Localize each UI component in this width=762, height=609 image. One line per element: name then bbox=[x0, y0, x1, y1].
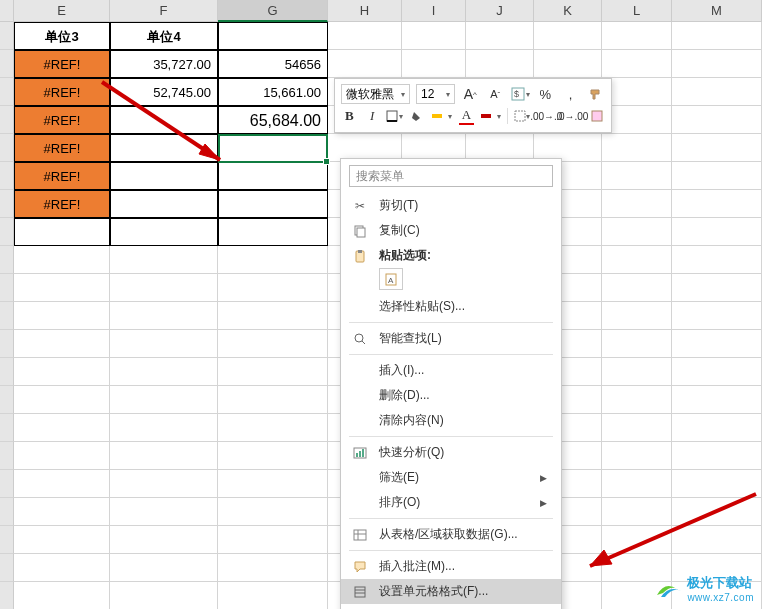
menu-filter[interactable]: 筛选(E) ▶ bbox=[341, 465, 561, 490]
cell[interactable] bbox=[672, 386, 762, 414]
menu-insert-comment[interactable]: 插入批注(M)... bbox=[341, 554, 561, 579]
cell[interactable] bbox=[672, 50, 762, 78]
cell[interactable] bbox=[14, 386, 110, 414]
bold-button[interactable]: B bbox=[341, 106, 358, 126]
col-header[interactable]: M bbox=[672, 0, 762, 22]
cell[interactable] bbox=[602, 302, 672, 330]
error-cell[interactable]: #REF! bbox=[14, 190, 110, 218]
cell[interactable] bbox=[110, 470, 218, 498]
cell[interactable] bbox=[602, 246, 672, 274]
italic-button[interactable]: I bbox=[364, 106, 381, 126]
menu-clear-contents[interactable]: 清除内容(N) bbox=[341, 408, 561, 433]
active-data-cell[interactable]: 65,684.00 bbox=[218, 106, 328, 134]
paste-default-button[interactable]: A bbox=[379, 268, 403, 290]
cell[interactable] bbox=[602, 274, 672, 302]
cell[interactable] bbox=[110, 302, 218, 330]
cell[interactable] bbox=[14, 498, 110, 526]
cell[interactable] bbox=[110, 274, 218, 302]
cell[interactable] bbox=[218, 330, 328, 358]
cell[interactable] bbox=[672, 526, 762, 554]
decrease-font-button[interactable]: Aˇ bbox=[486, 84, 505, 104]
cell[interactable] bbox=[218, 246, 328, 274]
cell[interactable] bbox=[110, 358, 218, 386]
cell[interactable] bbox=[14, 414, 110, 442]
cell[interactable] bbox=[14, 246, 110, 274]
menu-get-data[interactable]: 从表格/区域获取数据(G)... bbox=[341, 522, 561, 547]
cell[interactable] bbox=[110, 330, 218, 358]
fill-color-button[interactable] bbox=[409, 106, 426, 126]
error-cell[interactable]: #REF! bbox=[14, 78, 110, 106]
cell[interactable] bbox=[110, 498, 218, 526]
cell[interactable] bbox=[602, 218, 672, 246]
cell[interactable] bbox=[672, 78, 762, 106]
percent-button[interactable]: % bbox=[536, 84, 555, 104]
cell[interactable] bbox=[672, 442, 762, 470]
cell[interactable] bbox=[534, 22, 602, 50]
font-size-selector[interactable]: 12 ▾ bbox=[416, 84, 455, 104]
menu-delete[interactable]: 删除(D)... bbox=[341, 383, 561, 408]
decrease-decimal-button[interactable]: .0→.00 bbox=[562, 106, 582, 126]
cell[interactable] bbox=[218, 498, 328, 526]
cell[interactable] bbox=[602, 498, 672, 526]
cell[interactable] bbox=[218, 414, 328, 442]
data-cell[interactable] bbox=[218, 190, 328, 218]
data-cell[interactable]: 15,661.00 bbox=[218, 78, 328, 106]
data-cell[interactable] bbox=[110, 162, 218, 190]
cell[interactable] bbox=[218, 386, 328, 414]
cell[interactable] bbox=[218, 358, 328, 386]
menu-pick-from-list[interactable]: 从下拉列表中选择(K)... bbox=[341, 604, 561, 609]
cell[interactable] bbox=[672, 190, 762, 218]
cell[interactable] bbox=[218, 274, 328, 302]
cell[interactable] bbox=[602, 470, 672, 498]
cell[interactable] bbox=[218, 302, 328, 330]
cell[interactable] bbox=[14, 442, 110, 470]
menu-cut[interactable]: ✂ 剪切(T) bbox=[341, 193, 561, 218]
cell[interactable] bbox=[672, 274, 762, 302]
cell[interactable] bbox=[110, 554, 218, 582]
col-header[interactable]: E bbox=[14, 0, 110, 22]
cell[interactable] bbox=[672, 358, 762, 386]
accounting-format-button[interactable]: $▾ bbox=[511, 84, 530, 104]
data-cell[interactable] bbox=[218, 162, 328, 190]
cell[interactable] bbox=[218, 470, 328, 498]
font-selector[interactable]: 微软雅黑 ▾ bbox=[341, 84, 410, 104]
cell[interactable] bbox=[602, 190, 672, 218]
cell[interactable] bbox=[328, 50, 402, 78]
cell[interactable] bbox=[672, 470, 762, 498]
cell[interactable] bbox=[672, 218, 762, 246]
menu-copy[interactable]: 复制(C) bbox=[341, 218, 561, 243]
col-header-active[interactable]: G bbox=[218, 0, 328, 22]
data-cell[interactable] bbox=[110, 134, 218, 162]
increase-font-button[interactable]: A^ bbox=[461, 84, 480, 104]
cell[interactable] bbox=[110, 414, 218, 442]
cell[interactable] bbox=[218, 526, 328, 554]
cell[interactable] bbox=[672, 246, 762, 274]
data-cell[interactable]: 35,727.00 bbox=[110, 50, 218, 78]
menu-insert[interactable]: 插入(I)... bbox=[341, 358, 561, 383]
comma-style-button[interactable]: , bbox=[561, 84, 580, 104]
error-cell[interactable]: #REF! bbox=[14, 50, 110, 78]
cell[interactable] bbox=[14, 274, 110, 302]
cell[interactable] bbox=[14, 470, 110, 498]
font-color-button[interactable]: A bbox=[458, 106, 475, 126]
cell[interactable] bbox=[602, 330, 672, 358]
cell[interactable] bbox=[602, 78, 672, 106]
cell[interactable] bbox=[672, 22, 762, 50]
cell[interactable] bbox=[14, 554, 110, 582]
menu-format-cells[interactable]: 设置单元格格式(F)... bbox=[341, 579, 561, 604]
cell-styles-button[interactable] bbox=[588, 106, 605, 126]
cell[interactable] bbox=[672, 106, 762, 134]
cell[interactable] bbox=[402, 22, 466, 50]
data-cell[interactable] bbox=[14, 218, 110, 246]
col-header[interactable]: L bbox=[602, 0, 672, 22]
cell[interactable] bbox=[534, 50, 602, 78]
cell[interactable] bbox=[602, 50, 672, 78]
cell[interactable] bbox=[14, 526, 110, 554]
cell[interactable] bbox=[602, 134, 672, 162]
cell[interactable] bbox=[602, 414, 672, 442]
cell[interactable] bbox=[218, 442, 328, 470]
cell[interactable] bbox=[466, 50, 534, 78]
col-header[interactable]: H bbox=[328, 0, 402, 22]
cell[interactable] bbox=[218, 554, 328, 582]
col-header[interactable]: I bbox=[402, 0, 466, 22]
